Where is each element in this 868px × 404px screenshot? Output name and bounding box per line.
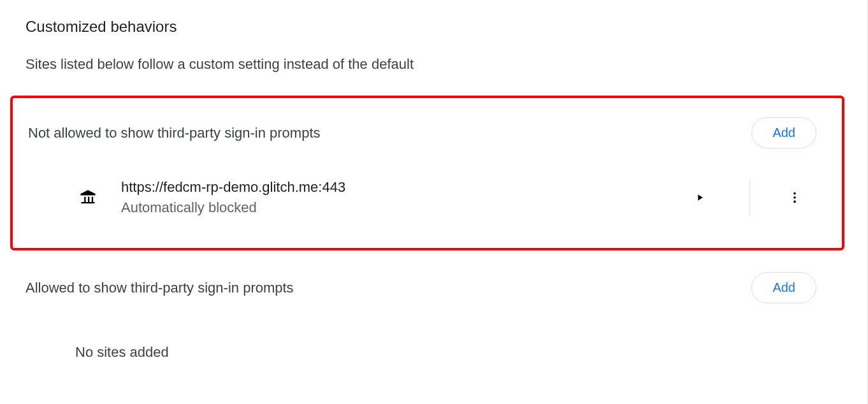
allowed-empty-message: No sites added: [25, 344, 842, 361]
site-status: Automatically blocked: [121, 199, 688, 216]
customized-behaviors-heading: Customized behaviors: [25, 18, 842, 36]
allowed-title: Allowed to show third-party sign-in prom…: [25, 280, 294, 296]
svg-point-0: [793, 192, 796, 195]
allowed-section: Allowed to show third-party sign-in prom…: [25, 263, 842, 361]
allowed-header: Allowed to show third-party sign-in prom…: [25, 272, 842, 303]
add-allowed-button[interactable]: Add: [751, 272, 816, 303]
svg-point-1: [793, 196, 796, 199]
add-not-allowed-button[interactable]: Add: [751, 117, 816, 148]
site-row: https://fedcm-rp-demo.glitch.me:443 Auto…: [28, 179, 842, 216]
expand-arrow-icon[interactable]: [688, 186, 711, 209]
institution-icon: [78, 187, 98, 208]
not-allowed-header: Not allowed to show third-party sign-in …: [28, 117, 842, 148]
not-allowed-title: Not allowed to show third-party sign-in …: [28, 125, 321, 141]
not-allowed-highlight-box: Not allowed to show third-party sign-in …: [10, 96, 844, 250]
site-url: https://fedcm-rp-demo.glitch.me:443: [121, 179, 688, 196]
svg-point-2: [793, 201, 796, 203]
more-vert-icon[interactable]: [783, 186, 806, 209]
site-info: https://fedcm-rp-demo.glitch.me:443 Auto…: [121, 179, 688, 216]
vertical-divider: [749, 179, 750, 216]
customized-behaviors-description: Sites listed below follow a custom setti…: [25, 56, 842, 73]
